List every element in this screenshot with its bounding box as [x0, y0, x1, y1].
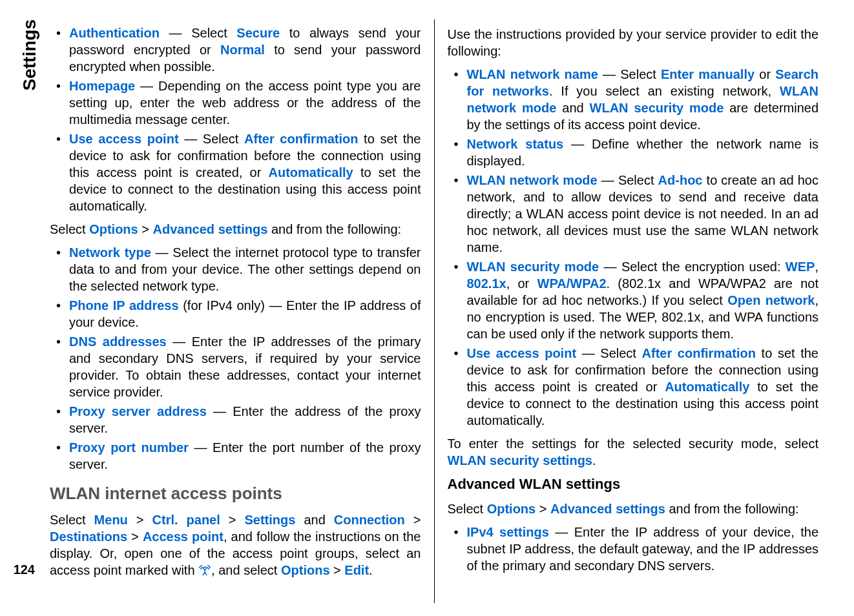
path-connection: Connection — [334, 513, 405, 527]
option-ad-hoc: Ad-hoc — [658, 173, 703, 187]
option-after-confirmation: After confirmation — [642, 346, 756, 360]
option-wep: WEP — [786, 260, 815, 274]
term-network-status: Network status — [467, 137, 564, 151]
list-item: Proxy server address — Enter the address… — [69, 403, 421, 436]
term-proxy-port-number: Proxy port number — [69, 440, 189, 455]
bullet-list: Authentication — Select Secure to always… — [50, 25, 421, 214]
path-access-point: Access point — [143, 529, 224, 544]
paragraph: Select Options > Advanced settings and f… — [448, 500, 819, 517]
heading-advanced-wlan-settings: Advanced WLAN settings — [448, 475, 819, 494]
page: Settings 124 Authentication — Select Sec… — [0, 0, 854, 616]
list-item: Homepage — Depending on the access point… — [69, 77, 421, 128]
paragraph: To enter the settings for the selected s… — [448, 435, 819, 469]
term-phone-ip-address: Phone IP address — [69, 298, 179, 313]
option-8021x: 802.1x — [467, 276, 506, 291]
list-item: Network status — Define whether the netw… — [467, 136, 819, 169]
option-wpa-wpa2: WPA/WPA2 — [537, 276, 607, 291]
term-use-access-point: Use access point — [69, 132, 179, 146]
option-secure: Secure — [236, 26, 280, 40]
term-homepage: Homepage — [69, 79, 135, 93]
term-network-type: Network type — [69, 245, 151, 260]
path-settings: Settings — [244, 513, 295, 527]
bullet-list: Network type — Select the internet proto… — [50, 244, 421, 473]
heading-wlan-internet-access-points: WLAN internet access points — [50, 483, 421, 505]
list-item: WLAN network mode — Select Ad-hoc to cre… — [467, 172, 819, 256]
svg-point-0 — [203, 567, 206, 570]
left-column: Authentication — Select Secure to always… — [40, 19, 435, 603]
paragraph: Use the instructions provided by your se… — [448, 26, 819, 59]
wlan-icon — [198, 563, 211, 580]
list-item: DNS addresses — Enter the IP addresses o… — [69, 333, 421, 400]
bullet-list: WLAN network name — Select Enter manuall… — [448, 66, 819, 429]
list-item: Phone IP address (for IPv4 only) — Enter… — [69, 297, 421, 331]
option-advanced-settings: Advanced settings — [153, 222, 268, 236]
term-use-access-point: Use access point — [467, 346, 577, 360]
term-wlan-security-mode: WLAN security mode — [467, 260, 599, 274]
path-options: Options — [281, 563, 330, 577]
option-wlan-security-settings: WLAN security settings — [448, 453, 592, 467]
term-wlan-network-name: WLAN network name — [467, 67, 598, 81]
option-after-confirmation: After confirmation — [244, 132, 358, 146]
path-menu: Menu — [94, 513, 128, 527]
option-normal: Normal — [220, 43, 265, 57]
option-automatically: Automatically — [665, 380, 749, 394]
path-destinations: Destinations — [50, 529, 127, 544]
option-automatically: Automatically — [269, 165, 353, 180]
paragraph: Select Menu > Ctrl. panel > Settings and… — [50, 511, 421, 580]
option-wlan-security-mode: WLAN security mode — [590, 101, 724, 115]
list-item: Proxy port number — Enter the port numbe… — [69, 439, 421, 473]
list-item: IPv4 settings — Enter the IP address of … — [467, 524, 819, 574]
page-number: 124 — [14, 562, 35, 577]
list-item: Network type — Select the internet proto… — [69, 244, 421, 294]
list-item: WLAN security mode — Select the encrypti… — [467, 258, 819, 342]
section-label: Settings — [13, 19, 40, 90]
option-options: Options — [89, 222, 138, 236]
term-ipv4-settings: IPv4 settings — [467, 525, 549, 539]
option-open-network: Open network — [727, 293, 815, 307]
list-item: WLAN network name — Select Enter manuall… — [467, 66, 819, 133]
list-item: Authentication — Select Secure to always… — [69, 25, 421, 75]
list-item: Use access point — Select After confirma… — [69, 130, 421, 214]
term-authentication: Authentication — [69, 26, 160, 40]
option-advanced-settings: Advanced settings — [550, 502, 665, 516]
right-column: Use the instructions provided by your se… — [435, 19, 829, 603]
bullet-list: IPv4 settings — Enter the IP address of … — [448, 524, 819, 574]
option-enter-manually: Enter manually — [661, 67, 755, 81]
term-dns-addresses: DNS addresses — [69, 334, 167, 349]
term-wlan-network-mode: WLAN network mode — [467, 173, 598, 187]
option-options: Options — [487, 502, 536, 516]
path-ctrl-panel: Ctrl. panel — [152, 513, 220, 527]
path-edit: Edit — [344, 563, 369, 577]
paragraph: Select Options > Advanced settings and f… — [50, 221, 421, 238]
term-proxy-server-address: Proxy server address — [69, 404, 207, 418]
list-item: Use access point — Select After confirma… — [467, 345, 819, 429]
